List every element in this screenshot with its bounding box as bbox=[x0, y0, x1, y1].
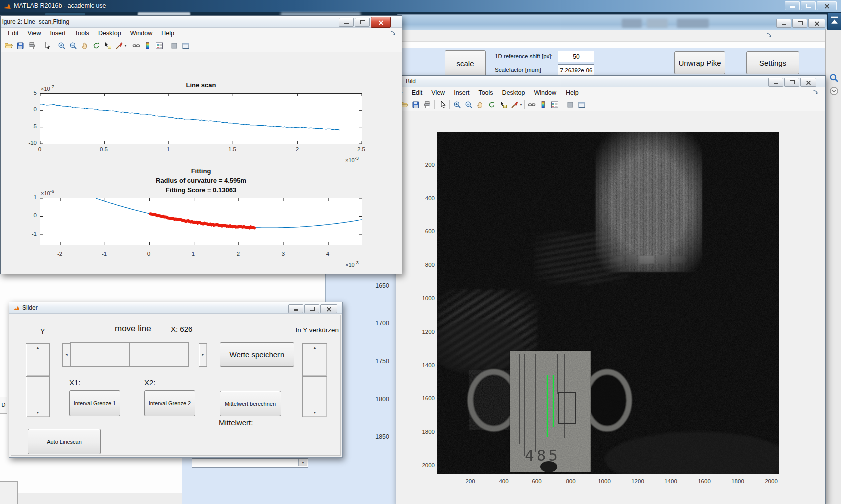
menu-tools[interactable]: Tools bbox=[70, 30, 94, 37]
scalefactor-input[interactable] bbox=[558, 64, 594, 76]
figure-menubar: Edit View Insert Tools Desktop Window He… bbox=[1, 28, 402, 39]
bild-titlebar[interactable]: Bild bbox=[396, 76, 825, 87]
legend-icon[interactable] bbox=[154, 41, 165, 51]
colorbar-icon[interactable] bbox=[538, 100, 549, 110]
bild-minimize-button[interactable] bbox=[768, 78, 783, 87]
move-line-slider-thumb[interactable] bbox=[70, 342, 130, 367]
collapse-ribbon-button[interactable] bbox=[827, 12, 841, 30]
bild-restore-button[interactable] bbox=[784, 78, 799, 87]
dock-arrow-icon[interactable] bbox=[390, 30, 397, 37]
bild-title: Bild bbox=[406, 78, 416, 85]
hologram-image[interactable]: 485 bbox=[437, 132, 779, 474]
auto-linescan-button[interactable]: Auto Linescan bbox=[28, 429, 101, 454]
data-cursor-icon[interactable] bbox=[102, 41, 113, 51]
scale-button[interactable]: scale bbox=[445, 50, 486, 76]
werte-speichern-button[interactable]: Werte speichern bbox=[220, 342, 294, 367]
data-cursor-icon[interactable] bbox=[497, 100, 509, 110]
bild-window: Bild le Edit View Insert Tools Desktop W… bbox=[396, 75, 826, 504]
close-button[interactable] bbox=[817, 1, 837, 10]
move-line-slider-right-arrow[interactable]: ► bbox=[199, 343, 207, 367]
slider-close-button[interactable] bbox=[320, 304, 337, 313]
shorten-slider-up[interactable]: ▲ bbox=[302, 343, 327, 376]
background-combobox[interactable]: ▼ bbox=[192, 458, 308, 468]
chevron-down-circle-icon[interactable] bbox=[829, 86, 839, 96]
menu-help[interactable]: Help bbox=[561, 89, 583, 96]
link-plot-icon[interactable] bbox=[131, 41, 142, 51]
ref-shift-input[interactable] bbox=[558, 51, 594, 62]
zoom-in-icon[interactable] bbox=[56, 41, 67, 51]
menu-window[interactable]: Window bbox=[529, 89, 560, 96]
menu-view[interactable]: View bbox=[23, 30, 46, 37]
menu-desktop[interactable]: Desktop bbox=[94, 30, 126, 37]
bild-close-button[interactable] bbox=[800, 78, 816, 87]
figure-restore-button[interactable] bbox=[355, 18, 370, 27]
print-icon[interactable] bbox=[26, 41, 37, 51]
brush-dropdown-icon[interactable]: ▼ bbox=[519, 103, 523, 106]
link-plot-icon[interactable] bbox=[526, 100, 538, 110]
save-icon[interactable] bbox=[14, 41, 26, 51]
linescan-plot[interactable] bbox=[40, 93, 362, 144]
fitting-xtick: 2 bbox=[223, 251, 253, 257]
y-slider-up[interactable]: ▲ bbox=[26, 343, 50, 376]
side-tab-d[interactable]: D bbox=[0, 397, 7, 414]
bg-close-button[interactable] bbox=[808, 19, 825, 28]
settings-button[interactable]: Settings bbox=[746, 51, 799, 74]
menu-tools[interactable]: Tools bbox=[474, 89, 497, 96]
pan-hand-icon[interactable] bbox=[79, 41, 90, 51]
minimize-button[interactable] bbox=[785, 1, 800, 10]
menu-view[interactable]: View bbox=[427, 89, 449, 96]
brush-icon[interactable] bbox=[509, 100, 520, 110]
interval-grenze-1-button[interactable]: Interval Grenze 1 bbox=[69, 390, 120, 416]
mittelwert-berechnen-button[interactable]: Mittelwert berechnen bbox=[220, 391, 281, 416]
print-icon[interactable] bbox=[421, 100, 433, 110]
figure-minimize-button[interactable] bbox=[339, 18, 354, 27]
open-icon[interactable] bbox=[3, 41, 14, 51]
figure-close-button[interactable] bbox=[371, 17, 391, 28]
brush-dropdown-icon[interactable]: ▼ bbox=[124, 44, 127, 47]
brush-icon[interactable] bbox=[113, 41, 125, 51]
dock-figure-icon[interactable] bbox=[576, 100, 588, 110]
rotate-3d-icon[interactable] bbox=[90, 41, 102, 51]
slider-titlebar[interactable]: Slider bbox=[9, 302, 342, 314]
move-line-slider-trough[interactable] bbox=[129, 342, 189, 367]
menu-edit[interactable]: Edit bbox=[407, 89, 427, 96]
move-line-label: move line bbox=[115, 324, 151, 334]
bg-restore-button[interactable] bbox=[792, 19, 807, 28]
fitting-plot[interactable] bbox=[40, 198, 362, 245]
pointer-icon[interactable] bbox=[436, 100, 448, 110]
shorten-slider-down[interactable]: ▼ bbox=[302, 376, 327, 417]
menu-window[interactable]: Window bbox=[126, 30, 157, 37]
dock-arrow-icon[interactable] bbox=[812, 89, 819, 96]
dock-figure-icon[interactable] bbox=[180, 41, 192, 51]
save-icon[interactable] bbox=[410, 100, 421, 110]
interval-grenze-2-button[interactable]: Interval Grenze 2 bbox=[144, 390, 195, 416]
figure-titlebar[interactable]: igure 2: Line_scan,Fitting bbox=[1, 16, 402, 28]
move-line-slider-left-arrow[interactable]: ◄ bbox=[62, 343, 71, 367]
insert-colorbar-icon[interactable] bbox=[565, 100, 576, 110]
slider-minimize-button[interactable] bbox=[288, 304, 303, 313]
zoom-out-icon[interactable] bbox=[463, 100, 474, 110]
legend-icon[interactable] bbox=[549, 100, 561, 110]
dock-arrow-icon[interactable] bbox=[766, 32, 773, 39]
combobox-arrow-button[interactable]: ▼ bbox=[298, 459, 307, 466]
unwrap-pike-button[interactable]: Unwrap Pike bbox=[674, 51, 725, 74]
menu-insert[interactable]: Insert bbox=[45, 30, 70, 37]
slider-restore-button[interactable] bbox=[304, 304, 319, 313]
rotate-3d-icon[interactable] bbox=[486, 100, 497, 110]
insert-colorbar-icon[interactable] bbox=[169, 41, 180, 51]
y-slider-down[interactable]: ▼ bbox=[26, 376, 50, 417]
menu-insert[interactable]: Insert bbox=[449, 89, 474, 96]
restore-button[interactable] bbox=[801, 1, 816, 10]
pan-hand-icon[interactable] bbox=[474, 100, 486, 110]
zoom-in-icon[interactable] bbox=[451, 100, 463, 110]
menu-edit[interactable]: Edit bbox=[1, 30, 23, 37]
zoom-out-icon[interactable] bbox=[67, 41, 79, 51]
background-axis-label: 1750 bbox=[358, 358, 389, 365]
colorbar-icon[interactable] bbox=[142, 41, 154, 51]
pointer-icon[interactable] bbox=[41, 41, 52, 51]
search-icon[interactable] bbox=[829, 73, 839, 83]
menu-desktop[interactable]: Desktop bbox=[498, 89, 530, 96]
bg-minimize-button[interactable] bbox=[776, 19, 791, 28]
fitting-xtick: 4 bbox=[313, 251, 343, 257]
menu-help[interactable]: Help bbox=[157, 30, 179, 37]
